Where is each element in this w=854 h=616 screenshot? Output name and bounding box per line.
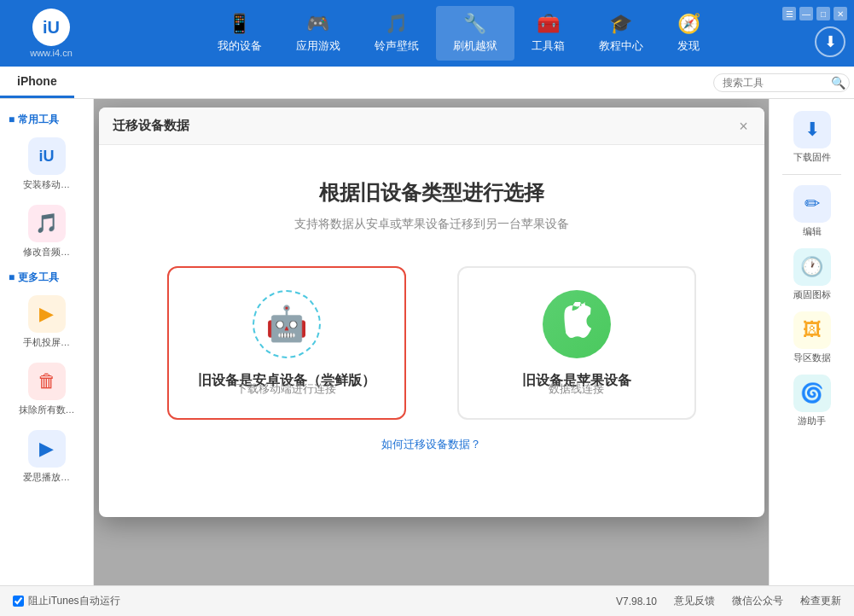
modify-ringtone-icon: 🎵 [28, 205, 66, 242]
version-text: V7.98.10 [616, 596, 657, 607]
right-restore-icon[interactable]: 🕐 顽固图标 [778, 245, 846, 305]
wechat-link[interactable]: 微信公众号 [732, 594, 783, 608]
right-game-assist[interactable]: 🌀 游助手 [778, 371, 846, 431]
game-assist-label: 游助手 [798, 415, 826, 427]
logo-url: www.i4.cn [30, 48, 73, 58]
game-assist-icon: 🌀 [793, 375, 831, 412]
right-export-data[interactable]: 🖼 导区数据 [778, 308, 846, 368]
right-download-firmware[interactable]: ⬇ 下载固件 [778, 108, 846, 167]
nav-toolbox-icon: 🧰 [537, 13, 560, 35]
modal-header: 迁移设备数据 × [99, 108, 764, 145]
android-icon: 🤖 [265, 304, 308, 344]
erase-data-icon: 🗑 [28, 363, 66, 400]
player-label: 爱思播放… [8, 471, 84, 484]
win-btn-maximize[interactable]: □ [816, 7, 830, 20]
sidebar-player[interactable]: ▶ 爱思播放… [4, 425, 88, 489]
nav-jailbreak[interactable]: 🔧 刷机越狱 [436, 6, 514, 61]
nav-discover[interactable]: 🧭 发现 [660, 6, 717, 61]
nav-toolbox[interactable]: 🧰 工具箱 [514, 6, 582, 61]
screen-record-icon: ▶ [28, 295, 66, 333]
nav-tutorials-icon: 🎓 [609, 13, 632, 35]
nav-tutorials[interactable]: 🎓 教程中心 [582, 6, 660, 61]
nav-jailbreak-label: 刷机越狱 [453, 38, 497, 54]
win-btn-close[interactable]: ✕ [834, 7, 847, 20]
modal-main-title: 根据旧设备类型进行选择 [319, 179, 544, 206]
modify-ringtone-label: 修改音频… [8, 246, 84, 259]
install-app-label: 安装移动… [8, 178, 84, 191]
install-app-icon: iU [28, 137, 66, 175]
right-edit[interactable]: ✏ 编辑 [778, 182, 846, 241]
search-icon: 🔍 [831, 76, 845, 90]
check-update-link[interactable]: 检查更新 [800, 594, 841, 608]
right-divider [782, 174, 841, 175]
nav-apps-label: 应用游戏 [296, 38, 340, 54]
itunes-checkbox-label: 阻止iTunes自动运行 [28, 594, 120, 608]
apple-circle [543, 290, 611, 358]
screen-record-label: 手机投屏… [8, 336, 84, 349]
nav-tutorials-label: 教程中心 [599, 38, 643, 54]
apple-option[interactable]: 旧设备是苹果设备 数据线连接 [457, 266, 696, 420]
modal-close-button[interactable]: × [734, 116, 754, 137]
bottom-right: V7.98.10 意见反馈 微信公众号 检查更新 [616, 594, 841, 608]
apple-icon [561, 302, 592, 346]
download-button[interactable]: ⬇ [815, 26, 845, 57]
migrate-modal: 迁移设备数据 × 根据旧设备类型进行选择 支持将数据从安卓或苹果设备迁移到另一台… [99, 108, 764, 517]
sidebar-screen-record[interactable]: ▶ 手机投屏… [4, 290, 88, 354]
sidebar-erase-data[interactable]: 🗑 抹除所有数… [4, 357, 88, 421]
window-controls: ☰ — □ ✕ [782, 7, 847, 20]
download-firmware-icon: ⬇ [793, 111, 831, 148]
logo-icon: iU [32, 9, 70, 46]
sidebar-install-app[interactable]: iU 安装移动… [4, 132, 88, 196]
app-logo: iU www.i4.cn [9, 9, 94, 58]
nav-apps-games[interactable]: 🎮 应用游戏 [279, 6, 357, 61]
download-firmware-label: 下载固件 [793, 151, 831, 164]
player-icon: ▶ [28, 430, 66, 468]
search-bar: 🔍 [713, 67, 854, 98]
bottom-bar: 阻止iTunes自动运行 V7.98.10 意见反馈 微信公众号 检查更新 [0, 585, 854, 616]
device-options: 🤖 旧设备是安卓设备（尝鲜版） 下载移动端进行连接 [125, 266, 739, 420]
nav-jailbreak-icon: 🔧 [463, 13, 486, 35]
nav-ringtone-label: 铃声壁纸 [375, 38, 419, 54]
right-sidebar: ⬇ 下载固件 ✏ 编辑 🕐 顽固图标 🖼 导区数据 🌀 游助手 [769, 99, 854, 585]
search-input[interactable] [713, 73, 850, 92]
edit-label: 编辑 [803, 225, 822, 238]
android-option[interactable]: 🤖 旧设备是安卓设备（尝鲜版） 下载移动端进行连接 [167, 266, 406, 420]
android-option-box[interactable]: 🤖 旧设备是安卓设备（尝鲜版） 下载移动端进行连接 [167, 266, 406, 420]
android-circle: 🤖 [253, 290, 321, 358]
export-data-icon: 🖼 [793, 311, 831, 349]
iphone-tab[interactable]: iPhone [0, 67, 74, 98]
modal-body: 根据旧设备类型进行选择 支持将数据从安卓或苹果设备迁移到另一台苹果设备 🤖 旧设… [99, 145, 764, 478]
modal-title: 迁移设备数据 [113, 118, 189, 134]
nav-toolbox-label: 工具箱 [532, 38, 565, 54]
win-btn-minimize[interactable]: — [799, 7, 813, 20]
feedback-link[interactable]: 意见反馈 [674, 594, 715, 608]
nav-device-label: 我的设备 [218, 38, 262, 54]
nav-discover-label: 发现 [677, 38, 700, 54]
nav-ringtones[interactable]: 🎵 铃声壁纸 [357, 6, 436, 61]
how-to-migrate-link[interactable]: 如何迁移设备数据？ [381, 437, 481, 452]
more-tools-title: ■ 更多工具 [0, 265, 67, 288]
erase-data-label: 抹除所有数… [8, 404, 84, 416]
common-tools-title: ■ 常用工具 [0, 108, 67, 131]
nav-device-icon: 📱 [228, 13, 251, 35]
modal-subtitle: 支持将数据从安卓或苹果设备迁移到另一台苹果设备 [294, 217, 569, 232]
device-tab-bar: iPhone 🔍 [0, 67, 854, 99]
apple-option-box[interactable]: 旧设备是苹果设备 数据线连接 [457, 266, 696, 420]
main-content: ■ 常用工具 iU 安装移动… 🎵 修改音频… ■ 更多工具 ▶ 手机投屏… 🗑… [0, 99, 854, 585]
itunes-checkbox[interactable] [13, 596, 24, 607]
modal-overlay: 迁移设备数据 × 根据旧设备类型进行选择 支持将数据从安卓或苹果设备迁移到另一台… [94, 99, 769, 585]
win-btn-menu[interactable]: ☰ [782, 7, 796, 20]
export-data-label: 导区数据 [793, 352, 831, 364]
left-sidebar: ■ 常用工具 iU 安装移动… 🎵 修改音频… ■ 更多工具 ▶ 手机投屏… 🗑… [0, 99, 94, 585]
edit-icon: ✏ [793, 185, 831, 223]
sidebar-modify-ringtone[interactable]: 🎵 修改音频… [4, 200, 88, 264]
restore-icon-label: 顽固图标 [793, 288, 831, 301]
nav-discover-icon: 🧭 [677, 13, 700, 35]
restore-icon: 🕐 [793, 248, 831, 286]
content-area: 迁移设备数据 × 根据旧设备类型进行选择 支持将数据从安卓或苹果设备迁移到另一台… [94, 99, 769, 585]
nav-apps-icon: 🎮 [306, 13, 329, 35]
itunes-checkbox-area: 阻止iTunes自动运行 [13, 594, 120, 608]
top-navigation: ☰ — □ ✕ iU www.i4.cn 📱 我的设备 🎮 应用游戏 🎵 铃声壁… [0, 0, 854, 67]
nav-items: 📱 我的设备 🎮 应用游戏 🎵 铃声壁纸 🔧 刷机越狱 🧰 工具箱 🎓 教程中心… [102, 6, 815, 61]
nav-my-device[interactable]: 📱 我的设备 [200, 6, 279, 61]
